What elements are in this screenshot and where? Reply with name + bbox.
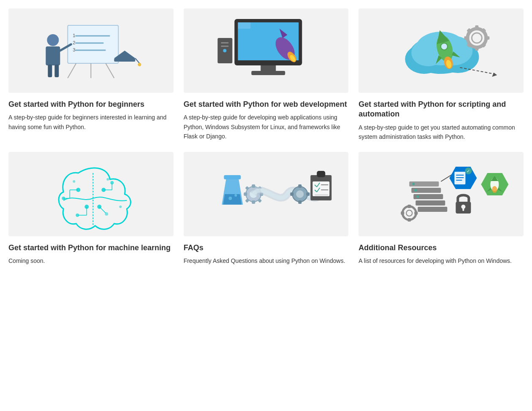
svg-point-138 bbox=[407, 210, 413, 216]
svg-point-117 bbox=[415, 189, 417, 192]
svg-rect-26 bbox=[221, 42, 228, 43]
card-image-beginners: 1 2 3 bbox=[8, 8, 174, 93]
card-desc-resources: A list of resources for developing with … bbox=[358, 256, 524, 265]
svg-rect-97 bbox=[298, 200, 301, 204]
svg-rect-60 bbox=[13, 152, 169, 236]
svg-rect-111 bbox=[418, 207, 448, 212]
svg-rect-14 bbox=[48, 65, 52, 77]
svg-point-83 bbox=[234, 194, 237, 197]
card-scripting[interactable]: Get started with Python for scripting an… bbox=[358, 8, 524, 142]
card-web-dev[interactable]: Get started with Python for web developm… bbox=[184, 8, 349, 142]
svg-point-136 bbox=[492, 186, 497, 193]
card-title-beginners: Get started with Python for beginners bbox=[8, 100, 174, 109]
svg-point-74 bbox=[101, 188, 106, 192]
svg-rect-23 bbox=[261, 65, 276, 72]
svg-rect-15 bbox=[54, 65, 59, 77]
svg-rect-139 bbox=[408, 205, 411, 208]
svg-point-76 bbox=[97, 205, 101, 209]
svg-text:3: 3 bbox=[73, 47, 75, 52]
svg-rect-130 bbox=[463, 208, 464, 211]
svg-rect-52 bbox=[464, 36, 470, 40]
card-image-ml bbox=[8, 152, 174, 236]
svg-rect-88 bbox=[244, 192, 247, 196]
svg-rect-98 bbox=[290, 192, 293, 196]
svg-rect-53 bbox=[485, 36, 490, 40]
svg-point-79 bbox=[119, 206, 122, 208]
svg-point-67 bbox=[110, 181, 114, 184]
svg-rect-141 bbox=[401, 211, 404, 215]
card-desc-ml: Coming soon. bbox=[8, 256, 174, 265]
svg-rect-101 bbox=[317, 171, 325, 177]
svg-point-75 bbox=[84, 205, 89, 209]
svg-text:✓: ✓ bbox=[467, 169, 470, 173]
svg-text:1: 1 bbox=[73, 33, 75, 38]
svg-rect-96 bbox=[298, 184, 301, 188]
svg-point-118 bbox=[417, 195, 419, 198]
svg-point-11 bbox=[47, 34, 59, 46]
card-desc-beginners: A step-by-step guide for beginners inter… bbox=[8, 113, 174, 132]
card-desc-web-dev: A step-by-step guide for developing web … bbox=[184, 113, 349, 141]
svg-point-64 bbox=[62, 197, 65, 200]
svg-point-19 bbox=[138, 63, 141, 66]
card-title-resources: Additional Resources bbox=[358, 243, 524, 253]
svg-rect-16 bbox=[114, 58, 135, 62]
svg-point-116 bbox=[413, 183, 415, 185]
svg-point-49 bbox=[472, 33, 482, 43]
svg-rect-87 bbox=[252, 200, 255, 204]
svg-rect-99 bbox=[306, 192, 309, 196]
svg-point-82 bbox=[228, 197, 232, 200]
svg-rect-33 bbox=[238, 22, 250, 29]
svg-rect-50 bbox=[475, 25, 479, 30]
card-ml[interactable]: Get started with Python for machine lear… bbox=[8, 152, 174, 266]
svg-point-77 bbox=[73, 180, 75, 183]
svg-rect-12 bbox=[46, 46, 60, 65]
svg-rect-86 bbox=[252, 184, 255, 188]
card-desc-scripting: A step-by-step guide to get you started … bbox=[358, 123, 524, 142]
svg-rect-24 bbox=[251, 71, 285, 75]
svg-point-28 bbox=[223, 49, 226, 52]
card-image-resources: ✓ bbox=[358, 152, 524, 236]
svg-rect-81 bbox=[224, 175, 241, 179]
card-image-web-dev bbox=[184, 8, 349, 93]
svg-rect-140 bbox=[408, 218, 411, 222]
svg-point-95 bbox=[296, 190, 304, 198]
card-title-web-dev: Get started with Python for web developm… bbox=[184, 100, 349, 109]
svg-point-72 bbox=[105, 212, 108, 216]
svg-text:2: 2 bbox=[73, 40, 75, 45]
card-grid: 1 2 3 Get started with Python for beginn… bbox=[8, 8, 524, 265]
card-image-scripting bbox=[358, 8, 524, 93]
card-resources[interactable]: ✓ Additional ResourcesA list bbox=[358, 152, 524, 266]
svg-point-78 bbox=[106, 178, 109, 181]
card-beginners[interactable]: 1 2 3 Get started with Python for beginn… bbox=[8, 8, 174, 142]
svg-rect-51 bbox=[475, 46, 479, 51]
card-faqs[interactable]: FAQsFrequently Asked Questions about usi… bbox=[184, 152, 349, 266]
card-title-ml: Get started with Python for machine lear… bbox=[8, 243, 174, 253]
svg-point-70 bbox=[76, 214, 79, 217]
svg-rect-27 bbox=[221, 46, 228, 47]
card-title-scripting: Get started with Python for scripting an… bbox=[358, 100, 524, 119]
svg-rect-142 bbox=[415, 211, 418, 215]
svg-rect-112 bbox=[416, 200, 445, 206]
svg-point-73 bbox=[76, 188, 80, 192]
svg-rect-102 bbox=[312, 181, 329, 196]
card-image-faqs bbox=[184, 152, 349, 236]
card-title-faqs: FAQs bbox=[184, 243, 349, 253]
card-desc-faqs: Frequently Asked Questions about using P… bbox=[184, 256, 349, 265]
